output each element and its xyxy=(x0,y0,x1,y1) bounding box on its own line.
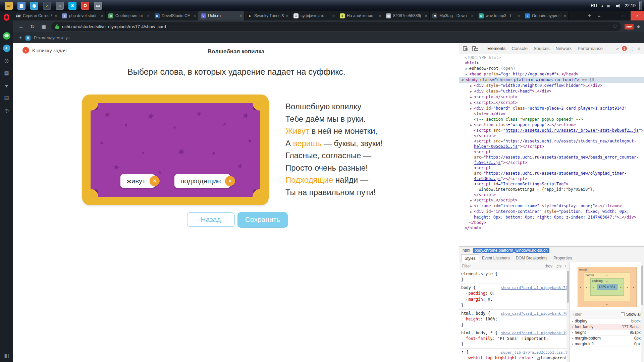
dom-tree-node[interactable]: <html> xyxy=(459,60,644,66)
computed-property[interactable]: ▸margin-bottom0px xyxy=(570,336,644,341)
browser-tab[interactable]: ♪Онлайн аудио i× xyxy=(522,11,569,20)
pictures-icon[interactable]: ▦ xyxy=(17,2,25,10)
dom-tree-node[interactable]: <script src="https://assets.uchi.ru/asse… xyxy=(459,165,644,181)
more-tabs-icon[interactable]: » xyxy=(616,46,619,51)
dom-tree-node[interactable]: <script src="https://assets.uchi.ru/asse… xyxy=(459,128,644,133)
dom-tree-node[interactable]: </body> xyxy=(459,220,644,225)
tab-close-icon[interactable]: × xyxy=(54,13,57,18)
bookmark-heart-icon[interactable]: ♡ xyxy=(613,24,617,29)
new-tab-button[interactable]: + xyxy=(584,13,594,19)
back-button-form[interactable]: Назад xyxy=(187,212,235,227)
collapse-arrow-icon[interactable]: ▶ xyxy=(470,89,474,94)
dom-tree-node[interactable]: </script> xyxy=(459,192,644,197)
collapse-arrow-icon[interactable]: ▶ xyxy=(470,95,474,100)
sidebar-panel-toggle-icon[interactable]: ◧ xyxy=(4,352,9,359)
stylesheet-link[interactable]: show_card?card_…1_piggybank:70 xyxy=(501,311,568,316)
browser-tab[interactable]: @Сообщения: ui× xyxy=(106,11,152,20)
sidebar-tab[interactable]: Event Listeners xyxy=(479,254,513,262)
color-swatch[interactable] xyxy=(537,357,540,360)
window-minimize-button[interactable]: – xyxy=(604,11,617,20)
toggle-hover-state-button[interactable]: :hov xyxy=(545,264,552,268)
dom-tree-node[interactable]: ▶<div style="width:0;height:0;overflow:h… xyxy=(459,83,644,88)
devtools-tab-elements[interactable]: Elements xyxy=(484,43,508,54)
show-desktop-button[interactable] xyxy=(639,1,642,10)
show-all-checkbox[interactable] xyxy=(621,312,625,316)
tab-close-icon[interactable]: × xyxy=(564,13,566,18)
speed-dial-icon[interactable]: ▦ xyxy=(3,69,10,77)
stylesheet-link[interactable]: show_card?card_…1_piggybank:19 xyxy=(501,330,568,336)
browser-tab[interactable]: 100Сериал Сотня 3× xyxy=(13,11,59,20)
speed-dial-tiles-icon[interactable]: ▦ xyxy=(40,23,48,30)
collapse-arrow-icon[interactable]: ▶ xyxy=(470,83,474,88)
tab-close-icon[interactable]: × xyxy=(332,13,335,18)
dom-tree-node[interactable]: ▶<div id="board" class="uchiru-place-2 c… xyxy=(459,106,644,117)
browser-tab[interactable]: ЗНа этой копил× xyxy=(337,11,383,20)
collapse-arrow-icon[interactable]: ▶ xyxy=(470,203,474,209)
tab-close-icon[interactable]: × xyxy=(239,13,242,18)
clock[interactable]: 22:19 xyxy=(625,3,636,8)
folder-icon[interactable]: ▱ xyxy=(5,2,13,10)
bookmark-item[interactable]: Рекомендуемые уз xyxy=(34,36,69,40)
styles-scrollbar[interactable] xyxy=(567,262,570,362)
tab-close-icon[interactable]: × xyxy=(378,13,381,18)
stylesheet-link[interactable]: show_card?card_…1_piggybank:71 xyxy=(501,285,568,291)
css-property[interactable]: ▸margin: 0; xyxy=(461,297,568,303)
bookmarks-heart-icon[interactable]: ♥ xyxy=(3,82,10,89)
media-player-icon[interactable]: ◉ xyxy=(30,2,38,10)
inspect-element-icon[interactable] xyxy=(461,45,470,53)
dom-tree-node[interactable]: window.intercomSettings = {"app_id":"byr… xyxy=(459,187,644,192)
browser-tab[interactable]: MMp3tag - Down× xyxy=(430,11,476,20)
dom-tree-node[interactable]: ▶<iframe id="intercom-frame" style="disp… xyxy=(459,203,644,209)
browser-tab[interactable]: ссуффикс это -× xyxy=(291,11,337,20)
show-all-toggle[interactable]: Show all xyxy=(621,312,641,317)
tab-close-icon[interactable]: × xyxy=(193,13,196,18)
dom-tree-node[interactable]: <script id="IntercomSettingsScriptTag"> xyxy=(459,181,644,187)
toggle-class-button[interactable]: .cls xyxy=(555,264,561,268)
collapse-arrow-icon[interactable]: ▶ xyxy=(470,106,474,111)
add-bookmark-button[interactable]: + xyxy=(19,35,22,41)
breadcrumb-item[interactable]: body.chrome.platform_windows.no-touch xyxy=(473,248,549,253)
browser-tab[interactable]: pphp devel studi× xyxy=(59,11,106,20)
tab-close-icon[interactable]: × xyxy=(101,13,103,18)
settings-icon[interactable]: ☼ xyxy=(56,2,64,10)
personal-news-icon[interactable]: ▤ xyxy=(3,94,10,102)
reload-button[interactable]: ↻ xyxy=(29,23,37,30)
back-button[interactable]: ← xyxy=(17,23,25,29)
computed-property[interactable]: ▸displayblock xyxy=(570,318,644,324)
telegram-icon[interactable]: ✈ xyxy=(3,45,10,52)
dom-tree-node[interactable]: ▶<div class="uchiru-head">…</div> xyxy=(459,88,644,94)
dom-tree-node[interactable]: ▶<script>…</script> xyxy=(459,94,644,100)
dom-tree-node[interactable]: <!-- section class="wrapper popup opened… xyxy=(459,117,644,122)
devtools-tab-performance[interactable]: Performance xyxy=(575,43,605,54)
computed-property[interactable]: ▸font-family"PT San… xyxy=(570,324,644,330)
tab-close-icon[interactable]: × xyxy=(286,13,288,18)
tab-close-icon[interactable]: × xyxy=(471,13,474,18)
display-icon[interactable]: ▭ xyxy=(94,2,102,10)
snapshot-camera-icon[interactable]: ◎ xyxy=(3,57,10,64)
collapse-arrow-icon[interactable]: ▶ xyxy=(470,209,474,215)
stylesheet-link[interactable]: super_lib-27bfa…e32c3551.css:1 xyxy=(501,350,568,355)
hidden-icons-icon[interactable]: ▲ xyxy=(601,4,604,8)
music-app-icon[interactable]: ♪ xyxy=(43,2,51,10)
css-property[interactable]: -webkit-tap-highlight-color: transparent… xyxy=(461,355,568,361)
remove-word-icon[interactable]: × xyxy=(150,176,160,186)
computed-property[interactable]: ▸margin-left0px xyxy=(570,341,644,347)
computed-filter-input[interactable]: Filter xyxy=(573,312,582,317)
address-bar[interactable]: uchi.ru/ru/students/live_olympiads/rus17… xyxy=(51,22,621,31)
css-rule[interactable]: html, body {show_card?card_…1_piggybank:… xyxy=(459,310,570,329)
expand-arrow-icon[interactable]: ▼ xyxy=(462,77,466,83)
word-chip[interactable]: подходящие× xyxy=(174,174,230,188)
computed-scrollbar[interactable] xyxy=(641,262,644,362)
skype-icon[interactable]: S xyxy=(68,2,76,10)
dom-tree-node[interactable]: </script> xyxy=(459,133,644,138)
browser-tab[interactable]: SSwanky Tunes &× xyxy=(245,11,291,20)
url-text[interactable]: uchi.ru/ru/students/live_olympiads/rus17… xyxy=(62,24,610,29)
styles-filter-input[interactable]: Filter xyxy=(462,264,471,268)
collapse-arrow-icon[interactable]: ▶ xyxy=(466,72,469,77)
sidebar-tab[interactable]: Properties xyxy=(550,254,575,262)
computed-property[interactable]: ▸height951px xyxy=(570,330,644,336)
window-close-button[interactable]: × xyxy=(631,11,644,20)
css-property[interactable]: font-family: 'PT Sans' !important; xyxy=(461,336,568,342)
collapse-arrow-icon[interactable]: ▶ xyxy=(466,66,469,71)
dom-tree-node[interactable]: ▶<head prefix="og: http://ogp.me/ns#">…<… xyxy=(459,71,644,77)
